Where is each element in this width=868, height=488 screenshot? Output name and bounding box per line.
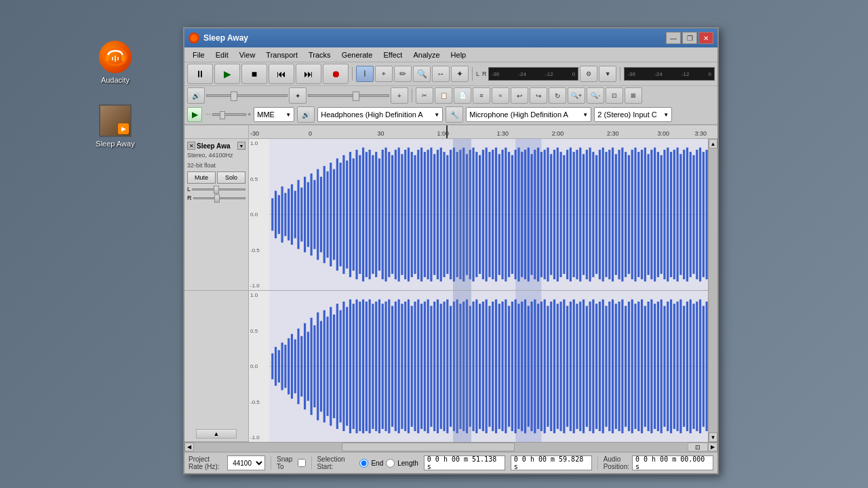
svg-rect-96: [553, 150, 555, 279]
record-button[interactable]: ⏺: [323, 64, 349, 84]
play-green-button[interactable]: ▶: [187, 107, 202, 122]
svg-rect-292: [595, 304, 597, 429]
record-meter[interactable]: -36-24-120: [624, 67, 715, 81]
volume-knob[interactable]: ✦: [289, 87, 307, 104]
svg-rect-107: [589, 148, 591, 282]
vertical-scrollbar[interactable]: ▲ ▼: [708, 139, 717, 442]
svg-rect-296: [608, 302, 610, 431]
waveform-track-lower[interactable]: 1.0 0.5 0.0 -0.5 -1.0: [249, 291, 708, 442]
playback-meter[interactable]: -36-24-120: [488, 67, 579, 81]
redo-btn[interactable]: ↪: [530, 87, 547, 104]
input-device-selector[interactable]: Microphone (High Definition A ▼: [466, 107, 591, 122]
device-row: ▶ ⋯ + MME ▼ 🔊 Hea: [184, 105, 717, 125]
audacity-icon[interactable]: Audacity: [88, 41, 142, 84]
status-separator-1: [271, 456, 271, 470]
svg-rect-118: [625, 152, 627, 277]
menu-help[interactable]: Help: [446, 49, 472, 60]
select-tool[interactable]: I: [356, 66, 374, 82]
menu-effect[interactable]: Effect: [378, 49, 408, 60]
edit-btn-3[interactable]: 📄: [454, 87, 471, 104]
loop-btn[interactable]: ↻: [549, 87, 566, 104]
play-button[interactable]: ▶: [214, 64, 240, 84]
restore-button[interactable]: ❐: [682, 32, 697, 44]
h-scroll-track[interactable]: [194, 443, 688, 451]
menu-file[interactable]: File: [187, 49, 210, 60]
solo-button[interactable]: Solo: [217, 171, 245, 184]
svg-rect-280: [557, 304, 559, 429]
project-rate-select[interactable]: 44100: [227, 455, 265, 470]
zoom-sel[interactable]: ⊠: [625, 87, 642, 104]
snap-to-checkbox[interactable]: [298, 459, 306, 467]
zoom-fit-button[interactable]: ⊡: [688, 443, 708, 451]
output-settings[interactable]: 🔧: [446, 106, 463, 123]
tempo-slider[interactable]: [212, 113, 246, 116]
h-scroll-thumb[interactable]: [342, 443, 515, 451]
fit-zoom[interactable]: ⊡: [606, 87, 623, 104]
draw-tool[interactable]: ✏: [394, 66, 412, 82]
envelope-tool[interactable]: ⌖: [375, 66, 393, 82]
svg-rect-210: [330, 307, 332, 426]
driver-selector[interactable]: MME ▼: [254, 107, 294, 122]
menu-generate[interactable]: Generate: [336, 49, 378, 60]
skip-back-button[interactable]: ⏮: [269, 64, 294, 84]
gain-r-slider[interactable]: [193, 197, 246, 199]
edit-btn-1[interactable]: ✂: [416, 87, 433, 104]
svg-rect-213: [340, 310, 342, 423]
input-volume-slider[interactable]: [308, 94, 389, 97]
menu-analyze[interactable]: Analyze: [408, 49, 445, 60]
zoom-tool[interactable]: 🔍: [413, 66, 431, 82]
svg-rect-16: [294, 190, 296, 238]
meter-settings[interactable]: ⚙: [580, 66, 597, 82]
end-radio[interactable]: [359, 459, 368, 468]
svg-rect-121: [634, 148, 636, 282]
trim-plus[interactable]: +: [391, 87, 408, 104]
mute-button[interactable]: Mute: [187, 171, 216, 184]
time-shift-tool[interactable]: ↔: [432, 66, 450, 82]
track-dropdown-button[interactable]: ▼: [237, 142, 245, 150]
ruler-mark-0: -30: [250, 130, 259, 137]
gain-l-slider[interactable]: [192, 188, 245, 190]
channel-selector[interactable]: 2 (Stereo) Input C ▼: [594, 107, 672, 122]
menu-view[interactable]: View: [234, 49, 261, 60]
svg-rect-277: [547, 306, 549, 426]
meter-arrow[interactable]: ▼: [599, 66, 616, 82]
zoom-in[interactable]: 🔍+: [568, 87, 585, 104]
scroll-down-button[interactable]: ▼: [709, 432, 717, 442]
multi-tool[interactable]: ✦: [451, 66, 469, 82]
audio-position-time[interactable]: 0 0 h 00 m 00.000 s: [632, 455, 713, 470]
menu-transport[interactable]: Transport: [260, 49, 303, 60]
audacity-label: Audacity: [101, 76, 130, 84]
waveform-track-upper[interactable]: 1.0 0.5 0.0 -0.5 -1.0: [249, 139, 708, 291]
undo-btn[interactable]: ↩: [511, 87, 528, 104]
close-button[interactable]: ✕: [698, 32, 713, 44]
zoom-out[interactable]: 🔍-: [587, 87, 604, 104]
collapse-button[interactable]: ▲: [196, 429, 237, 439]
output-volume-slider[interactable]: [206, 94, 288, 97]
selection-end-time[interactable]: 0 0 h 00 m 59.828 s: [511, 455, 592, 470]
output-device-selector[interactable]: Headphones (High Definition A ▼: [317, 107, 443, 122]
svg-rect-284: [570, 302, 572, 431]
gain-l-thumb[interactable]: [214, 186, 219, 194]
scroll-track[interactable]: [709, 148, 717, 432]
menu-tracks[interactable]: Tracks: [303, 49, 336, 60]
gain-r-thumb[interactable]: [214, 195, 220, 203]
minimize-button[interactable]: —: [666, 32, 681, 44]
stop-button[interactable]: ■: [241, 64, 267, 84]
svg-rect-143: [706, 150, 708, 279]
track-close-button[interactable]: ✕: [187, 142, 195, 150]
length-radio[interactable]: [386, 459, 395, 468]
h-scroll-right[interactable]: ▶: [708, 443, 717, 451]
scroll-up-button[interactable]: ▲: [709, 139, 717, 148]
sleep-away-icon[interactable]: ▶ Sleep Away: [88, 104, 142, 148]
menu-edit[interactable]: Edit: [210, 49, 234, 60]
skip-fwd-button[interactable]: ⏭: [296, 64, 321, 84]
h-scroll-left[interactable]: ◀: [184, 443, 194, 451]
edit-btn-5[interactable]: ≈: [492, 87, 509, 104]
label--1.0-down: -1.0: [250, 434, 268, 441]
pause-button[interactable]: ⏸: [187, 64, 213, 84]
edit-btn-2[interactable]: 📋: [435, 87, 452, 104]
selection-start-time[interactable]: 0 0 h 00 m 51.138 s: [424, 455, 505, 470]
svg-rect-10: [275, 190, 277, 238]
edit-btn-4[interactable]: ≡: [473, 87, 490, 104]
horizontal-scrollbar[interactable]: ◀ ⊡ ▶: [184, 442, 717, 451]
